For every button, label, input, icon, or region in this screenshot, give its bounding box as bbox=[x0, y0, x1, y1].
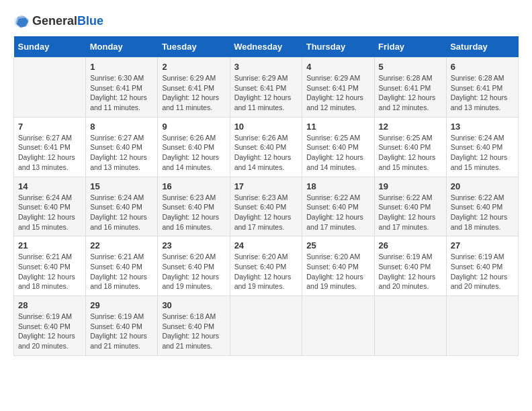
col-header-wednesday: Wednesday bbox=[230, 36, 302, 58]
day-number: 10 bbox=[234, 122, 298, 132]
day-cell: 16Sunrise: 6:23 AMSunset: 6:40 PMDayligh… bbox=[158, 177, 230, 236]
day-cell: 13Sunrise: 6:24 AMSunset: 6:40 PMDayligh… bbox=[446, 117, 518, 177]
day-cell: 22Sunrise: 6:21 AMSunset: 6:40 PMDayligh… bbox=[86, 236, 158, 296]
day-cell bbox=[230, 296, 302, 356]
day-cell bbox=[374, 296, 446, 356]
day-info: Sunrise: 6:21 AMSunset: 6:40 PMDaylight:… bbox=[18, 252, 81, 291]
day-cell: 2Sunrise: 6:29 AMSunset: 6:41 PMDaylight… bbox=[158, 58, 230, 118]
day-info: Sunrise: 6:19 AMSunset: 6:40 PMDaylight:… bbox=[379, 252, 442, 291]
day-number: 27 bbox=[451, 240, 514, 250]
logo-icon bbox=[13, 13, 30, 30]
day-number: 9 bbox=[162, 122, 225, 132]
day-number: 22 bbox=[90, 240, 153, 250]
col-header-monday: Monday bbox=[86, 36, 158, 58]
logo: GeneralBlue bbox=[13, 13, 103, 30]
day-cell bbox=[446, 296, 518, 356]
day-info: Sunrise: 6:26 AMSunset: 6:40 PMDaylight:… bbox=[234, 133, 298, 173]
day-cell: 4Sunrise: 6:29 AMSunset: 6:41 PMDaylight… bbox=[302, 58, 374, 118]
day-cell: 27Sunrise: 6:19 AMSunset: 6:40 PMDayligh… bbox=[446, 236, 518, 296]
day-cell: 24Sunrise: 6:20 AMSunset: 6:40 PMDayligh… bbox=[230, 236, 302, 296]
day-number: 30 bbox=[162, 300, 225, 310]
day-number: 19 bbox=[379, 181, 442, 191]
day-info: Sunrise: 6:25 AMSunset: 6:40 PMDaylight:… bbox=[379, 133, 442, 173]
day-number: 12 bbox=[379, 122, 442, 132]
day-number: 14 bbox=[18, 181, 81, 191]
day-cell: 25Sunrise: 6:20 AMSunset: 6:40 PMDayligh… bbox=[302, 236, 374, 296]
day-info: Sunrise: 6:25 AMSunset: 6:40 PMDaylight:… bbox=[306, 133, 369, 173]
day-cell: 10Sunrise: 6:26 AMSunset: 6:40 PMDayligh… bbox=[230, 117, 302, 177]
day-number: 16 bbox=[162, 181, 225, 191]
day-info: Sunrise: 6:29 AMSunset: 6:41 PMDaylight:… bbox=[162, 73, 225, 113]
day-cell: 17Sunrise: 6:23 AMSunset: 6:40 PMDayligh… bbox=[230, 177, 302, 236]
day-number: 21 bbox=[18, 240, 81, 250]
day-cell: 11Sunrise: 6:25 AMSunset: 6:40 PMDayligh… bbox=[302, 117, 374, 177]
day-number: 20 bbox=[451, 181, 514, 191]
day-cell: 23Sunrise: 6:20 AMSunset: 6:40 PMDayligh… bbox=[158, 236, 230, 296]
day-info: Sunrise: 6:28 AMSunset: 6:41 PMDaylight:… bbox=[379, 73, 442, 113]
day-number: 4 bbox=[306, 62, 369, 72]
day-cell: 12Sunrise: 6:25 AMSunset: 6:40 PMDayligh… bbox=[374, 117, 446, 177]
day-number: 11 bbox=[306, 122, 369, 132]
day-cell: 3Sunrise: 6:29 AMSunset: 6:41 PMDaylight… bbox=[230, 58, 302, 118]
week-row-5: 28Sunrise: 6:19 AMSunset: 6:40 PMDayligh… bbox=[14, 296, 519, 356]
week-row-4: 21Sunrise: 6:21 AMSunset: 6:40 PMDayligh… bbox=[14, 236, 519, 296]
logo-general: GeneralBlue bbox=[32, 15, 103, 28]
day-number: 2 bbox=[162, 62, 225, 72]
day-info: Sunrise: 6:24 AMSunset: 6:40 PMDaylight:… bbox=[90, 193, 153, 232]
day-info: Sunrise: 6:22 AMSunset: 6:40 PMDaylight:… bbox=[451, 193, 514, 232]
day-number: 13 bbox=[451, 122, 514, 132]
day-info: Sunrise: 6:20 AMSunset: 6:40 PMDaylight:… bbox=[234, 252, 298, 291]
day-number: 24 bbox=[234, 240, 298, 250]
day-cell: 30Sunrise: 6:18 AMSunset: 6:40 PMDayligh… bbox=[158, 296, 230, 356]
day-cell: 21Sunrise: 6:21 AMSunset: 6:40 PMDayligh… bbox=[14, 236, 86, 296]
day-cell: 26Sunrise: 6:19 AMSunset: 6:40 PMDayligh… bbox=[374, 236, 446, 296]
day-number: 15 bbox=[90, 181, 153, 191]
day-cell: 15Sunrise: 6:24 AMSunset: 6:40 PMDayligh… bbox=[86, 177, 158, 236]
day-info: Sunrise: 6:27 AMSunset: 6:40 PMDaylight:… bbox=[90, 133, 153, 173]
col-header-thursday: Thursday bbox=[302, 36, 374, 58]
day-number: 18 bbox=[306, 181, 369, 191]
day-number: 3 bbox=[234, 62, 298, 72]
week-row-2: 7Sunrise: 6:27 AMSunset: 6:41 PMDaylight… bbox=[14, 117, 519, 177]
day-number: 8 bbox=[90, 122, 153, 132]
day-cell: 5Sunrise: 6:28 AMSunset: 6:41 PMDaylight… bbox=[374, 58, 446, 118]
day-info: Sunrise: 6:24 AMSunset: 6:40 PMDaylight:… bbox=[18, 193, 81, 232]
day-info: Sunrise: 6:29 AMSunset: 6:41 PMDaylight:… bbox=[234, 73, 298, 113]
day-info: Sunrise: 6:20 AMSunset: 6:40 PMDaylight:… bbox=[306, 252, 369, 291]
col-header-sunday: Sunday bbox=[14, 36, 86, 58]
day-number: 25 bbox=[306, 240, 369, 250]
day-cell bbox=[302, 296, 374, 356]
col-header-tuesday: Tuesday bbox=[158, 36, 230, 58]
day-info: Sunrise: 6:28 AMSunset: 6:41 PMDaylight:… bbox=[451, 73, 514, 113]
day-info: Sunrise: 6:23 AMSunset: 6:40 PMDaylight:… bbox=[234, 193, 298, 232]
day-number: 6 bbox=[451, 62, 514, 72]
logo-text: GeneralBlue bbox=[32, 15, 103, 28]
col-header-friday: Friday bbox=[374, 36, 446, 58]
day-info: Sunrise: 6:24 AMSunset: 6:40 PMDaylight:… bbox=[451, 133, 514, 173]
day-info: Sunrise: 6:21 AMSunset: 6:40 PMDaylight:… bbox=[90, 252, 153, 291]
day-cell: 14Sunrise: 6:24 AMSunset: 6:40 PMDayligh… bbox=[14, 177, 86, 236]
day-cell: 28Sunrise: 6:19 AMSunset: 6:40 PMDayligh… bbox=[14, 296, 86, 356]
day-number: 17 bbox=[234, 181, 298, 191]
day-number: 23 bbox=[162, 240, 225, 250]
day-info: Sunrise: 6:23 AMSunset: 6:40 PMDaylight:… bbox=[162, 193, 225, 232]
day-info: Sunrise: 6:22 AMSunset: 6:40 PMDaylight:… bbox=[379, 193, 442, 232]
day-cell bbox=[14, 58, 86, 118]
day-number: 26 bbox=[379, 240, 442, 250]
day-info: Sunrise: 6:18 AMSunset: 6:40 PMDaylight:… bbox=[162, 312, 225, 351]
day-cell: 8Sunrise: 6:27 AMSunset: 6:40 PMDaylight… bbox=[86, 117, 158, 177]
day-number: 5 bbox=[379, 62, 442, 72]
day-cell: 7Sunrise: 6:27 AMSunset: 6:41 PMDaylight… bbox=[14, 117, 86, 177]
week-row-1: 1Sunrise: 6:30 AMSunset: 6:41 PMDaylight… bbox=[14, 58, 519, 118]
calendar-table: SundayMondayTuesdayWednesdayThursdayFrid… bbox=[13, 36, 519, 356]
day-number: 29 bbox=[90, 300, 153, 310]
page-header: GeneralBlue bbox=[13, 13, 519, 30]
day-cell: 29Sunrise: 6:19 AMSunset: 6:40 PMDayligh… bbox=[86, 296, 158, 356]
day-info: Sunrise: 6:19 AMSunset: 6:40 PMDaylight:… bbox=[451, 252, 514, 291]
day-cell: 19Sunrise: 6:22 AMSunset: 6:40 PMDayligh… bbox=[374, 177, 446, 236]
day-number: 28 bbox=[18, 300, 81, 310]
day-info: Sunrise: 6:29 AMSunset: 6:41 PMDaylight:… bbox=[306, 73, 369, 113]
day-info: Sunrise: 6:20 AMSunset: 6:40 PMDaylight:… bbox=[162, 252, 225, 291]
day-number: 1 bbox=[90, 62, 153, 72]
day-cell: 18Sunrise: 6:22 AMSunset: 6:40 PMDayligh… bbox=[302, 177, 374, 236]
